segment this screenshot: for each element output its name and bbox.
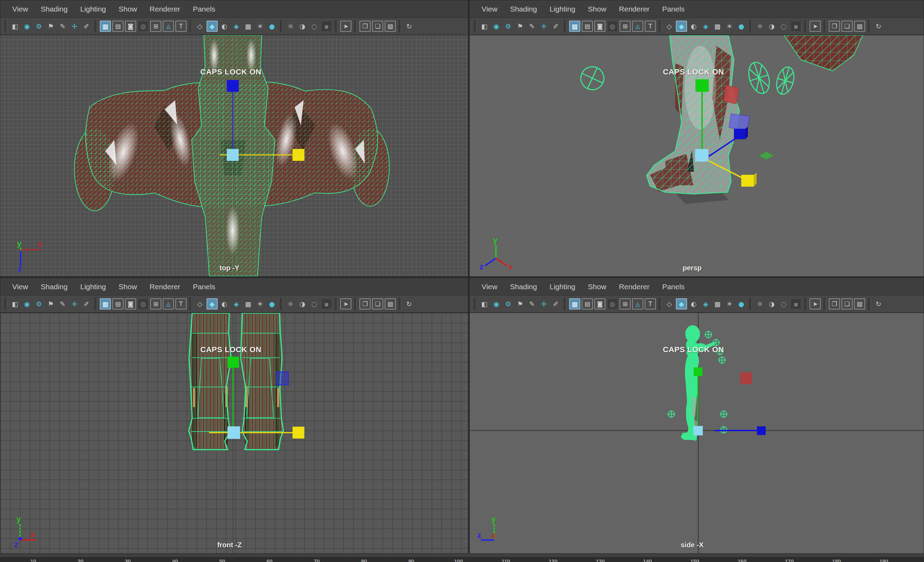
motion-blur-button[interactable]: ◌ [309,21,320,31]
grease-pencil-button[interactable]: ✎ [57,21,68,31]
wireframe-on-shaded-button[interactable]: ▩ [243,299,254,309]
select-camera-button[interactable]: ◧ [10,21,20,31]
menu-renderer[interactable]: Renderer [150,282,180,291]
xray-button[interactable]: ❐ [360,298,370,309]
textured-button[interactable]: ◐ [688,21,699,31]
menu-show[interactable]: Show [588,282,606,291]
bookmark-button[interactable]: ⚑ [45,21,56,31]
menu-shading[interactable]: Shading [40,282,68,291]
safe-title-button[interactable]: T [176,298,186,309]
lock-camera-button[interactable]: ◉ [22,299,32,309]
menu-show[interactable]: Show [118,5,137,13]
grease-pencil-frames-button[interactable]: ✐ [81,299,92,309]
xray-button[interactable]: ❐ [360,21,370,32]
exposure-button[interactable]: ↻ [404,299,414,309]
safe-action-button[interactable]: ◬ [163,298,174,309]
grease-pencil-button[interactable]: ✎ [527,21,537,31]
grid-button[interactable]: ▦ [569,21,580,32]
menu-view[interactable]: View [12,282,28,291]
exposure-button[interactable]: ↻ [873,21,884,31]
camera-attributes-button[interactable]: ⚙ [34,299,44,309]
field-chart-button[interactable]: ⊞ [620,21,631,32]
menu-shading[interactable]: Shading [510,282,537,291]
motion-blur-button[interactable]: ◌ [778,21,789,31]
menu-panels[interactable]: Panels [193,5,215,13]
resolution-gate-button[interactable]: ◙ [125,298,136,309]
field-chart-button[interactable]: ⊞ [620,298,631,309]
multisampling-button[interactable]: ▪ [790,21,801,32]
camera-attributes-button[interactable]: ⚙ [503,299,513,309]
pan-zoom-button[interactable]: ✛ [538,21,549,31]
wireframe-cube-button[interactable]: ◇ [195,21,205,31]
use-default-material-button[interactable]: ◈ [231,299,242,309]
safe-title-button[interactable]: T [645,21,656,32]
menu-panels[interactable]: Panels [662,282,685,291]
bookmark-button[interactable]: ⚑ [45,299,56,309]
camera-attributes-button[interactable]: ⚙ [503,21,513,31]
lock-camera-button[interactable]: ◉ [491,299,501,309]
screen-space-ao-button[interactable]: ◑ [297,21,308,31]
image-plane-button[interactable]: ▧ [854,21,865,32]
wireframe-cube-button[interactable]: ◇ [664,299,675,309]
multisampling-button[interactable]: ▪ [321,21,332,32]
bookmark-button[interactable]: ⚑ [515,299,525,309]
grease-pencil-button[interactable]: ✎ [527,299,537,309]
menu-lighting[interactable]: Lighting [549,282,575,291]
select-camera-button[interactable]: ◧ [479,21,490,31]
multisampling-button[interactable]: ▪ [321,298,332,309]
move-handle-center[interactable] [695,149,708,161]
smooth-shade-button[interactable]: ◆ [676,21,687,32]
menu-shading[interactable]: Shading [40,5,68,13]
viewport-persp[interactable]: CAPS LOCK ON persp y z x [470,35,924,276]
xray-button[interactable]: ❐ [829,21,840,32]
move-handle-center[interactable] [227,149,239,161]
gate-mask-button[interactable]: ◍ [607,298,618,309]
isolate-select-button[interactable]: ➤ [340,21,351,32]
lighting-button[interactable]: ☀ [724,299,735,309]
move-handle-x[interactable] [292,149,304,161]
isolate-select-button[interactable]: ➤ [810,298,821,309]
field-chart-button[interactable]: ⊞ [150,298,161,309]
xray-joints-button[interactable]: ❏ [372,298,383,309]
image-plane-button[interactable]: ▧ [385,298,396,309]
isolate-select-button[interactable]: ➤ [340,298,351,309]
shadows-button[interactable]: ☼ [285,299,296,309]
smooth-shade-button[interactable]: ◆ [207,21,218,32]
grid-button[interactable]: ▦ [569,298,580,309]
shadows-button[interactable]: ☼ [754,21,765,31]
viewport-top[interactable]: CAPS LOCK ON top -Y y x z [0,35,468,276]
use-default-material-button[interactable]: ◈ [231,21,242,31]
pan-zoom-button[interactable]: ✛ [69,299,80,309]
menu-panels[interactable]: Panels [662,5,685,13]
menu-renderer[interactable]: Renderer [619,282,650,291]
resolution-gate-button[interactable]: ◙ [594,298,606,309]
menu-panels[interactable]: Panels [193,282,215,291]
menu-renderer[interactable]: Renderer [619,5,650,13]
motion-blur-button[interactable]: ◌ [778,299,789,309]
move-handle-x[interactable] [292,427,304,439]
motion-blur-button[interactable]: ◌ [309,299,320,309]
select-camera-button[interactable]: ◧ [10,299,20,309]
safe-action-button[interactable]: ◬ [163,21,174,32]
move-handle-x[interactable] [741,173,757,187]
grease-pencil-frames-button[interactable]: ✐ [81,21,92,31]
screen-space-ao-button[interactable]: ◑ [297,299,308,309]
textures-button[interactable]: ● [736,21,747,31]
xray-button[interactable]: ❐ [829,298,840,309]
multisampling-button[interactable]: ▪ [790,298,801,309]
grease-pencil-button[interactable]: ✎ [57,299,68,309]
gate-mask-button[interactable]: ◍ [138,21,149,32]
xray-joints-button[interactable]: ❏ [372,21,383,32]
wireframe-cube-button[interactable]: ◇ [664,21,675,31]
exposure-button[interactable]: ↻ [404,21,414,31]
bookmark-button[interactable]: ⚑ [515,21,525,31]
resolution-gate-button[interactable]: ◙ [125,21,136,32]
wireframe-on-shaded-button[interactable]: ▩ [243,21,254,31]
gate-mask-button[interactable]: ◍ [607,21,618,32]
move-handle-z[interactable] [757,426,766,435]
exposure-button[interactable]: ↻ [873,299,884,309]
move-handle-y[interactable] [228,357,239,368]
shadows-button[interactable]: ☼ [754,299,765,309]
grease-pencil-frames-button[interactable]: ✐ [550,299,561,309]
wireframe-on-shaded-button[interactable]: ▩ [712,299,723,309]
